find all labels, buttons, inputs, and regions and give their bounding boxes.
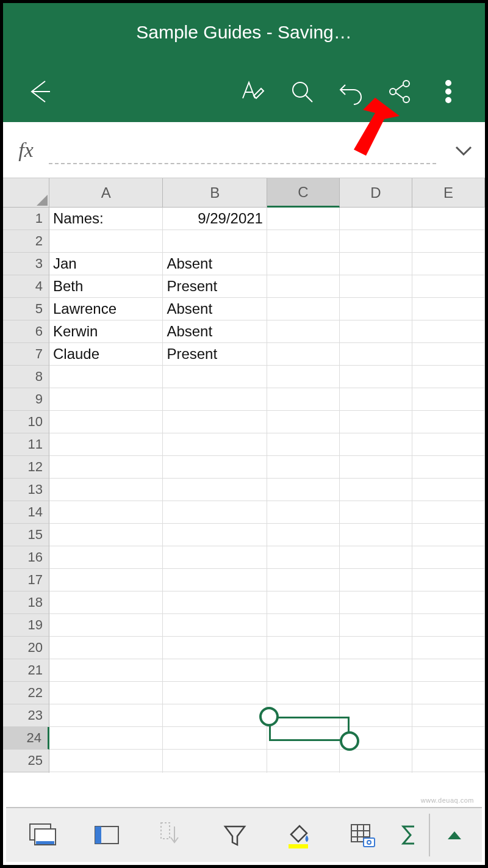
cell-A20[interactable] xyxy=(49,637,163,659)
cell-D14[interactable] xyxy=(340,501,412,524)
row-header-24[interactable]: 24 xyxy=(3,727,49,750)
cell-B5[interactable]: Absent xyxy=(163,298,267,320)
cell-A26[interactable] xyxy=(49,772,163,773)
insert-data-button[interactable] xyxy=(331,808,395,863)
cell-E21[interactable] xyxy=(412,659,485,682)
cell-C22[interactable] xyxy=(267,682,340,704)
cell-D6[interactable] xyxy=(340,320,412,343)
autofit-button[interactable] xyxy=(138,808,203,863)
cell-A22[interactable] xyxy=(49,682,163,704)
row-header-15[interactable]: 15 xyxy=(3,524,49,546)
format-button[interactable] xyxy=(229,67,278,116)
row-header-6[interactable]: 6 xyxy=(3,320,49,343)
cell-C15[interactable] xyxy=(267,524,340,546)
cell-E14[interactable] xyxy=(412,501,485,524)
cell-A14[interactable] xyxy=(49,501,163,524)
column-header-D[interactable]: D xyxy=(340,178,412,208)
cell-A1[interactable]: Names: xyxy=(49,208,163,230)
column-header-E[interactable]: E xyxy=(412,178,485,208)
cell-area[interactable]: Names:9/29/2021JanAbsentBethPresentLawre… xyxy=(49,208,485,773)
cell-A18[interactable] xyxy=(49,591,163,614)
cell-B3[interactable]: Absent xyxy=(163,253,267,275)
column-header-B[interactable]: B xyxy=(163,178,267,208)
cell-E5[interactable] xyxy=(412,298,485,320)
cell-E16[interactable] xyxy=(412,546,485,569)
expand-ribbon-button[interactable] xyxy=(432,808,477,863)
row-header-7[interactable]: 7 xyxy=(3,343,49,366)
cell-E13[interactable] xyxy=(412,479,485,501)
cell-D19[interactable] xyxy=(340,614,412,637)
search-button[interactable] xyxy=(278,67,326,116)
cell-B25[interactable] xyxy=(163,750,267,772)
fill-color-button[interactable] xyxy=(267,808,331,863)
cell-A19[interactable] xyxy=(49,614,163,637)
cell-A3[interactable]: Jan xyxy=(49,253,163,275)
cell-C10[interactable] xyxy=(267,411,340,433)
cell-E20[interactable] xyxy=(412,637,485,659)
cell-B24[interactable] xyxy=(163,727,267,750)
cell-B13[interactable] xyxy=(163,479,267,501)
cell-D22[interactable] xyxy=(340,682,412,704)
cell-E6[interactable] xyxy=(412,320,485,343)
cell-D21[interactable] xyxy=(340,659,412,682)
row-header-1[interactable]: 1 xyxy=(3,208,49,230)
cell-C14[interactable] xyxy=(267,501,340,524)
cell-D15[interactable] xyxy=(340,524,412,546)
cell-E15[interactable] xyxy=(412,524,485,546)
row-header-12[interactable]: 12 xyxy=(3,456,49,479)
cell-A24[interactable] xyxy=(49,727,163,750)
cell-D24[interactable] xyxy=(340,727,412,750)
cell-D9[interactable] xyxy=(340,388,412,411)
cell-E4[interactable] xyxy=(412,275,485,298)
cell-E26[interactable] xyxy=(412,772,485,773)
cell-B16[interactable] xyxy=(163,546,267,569)
row-header-26[interactable]: 26 xyxy=(3,772,49,773)
cell-C6[interactable] xyxy=(267,320,340,343)
row-header-5[interactable]: 5 xyxy=(3,298,49,320)
cell-B7[interactable]: Present xyxy=(163,343,267,366)
cell-B4[interactable]: Present xyxy=(163,275,267,298)
cell-B8[interactable] xyxy=(163,366,267,388)
cell-E2[interactable] xyxy=(412,230,485,253)
cell-D13[interactable] xyxy=(340,479,412,501)
cell-D12[interactable] xyxy=(340,456,412,479)
cell-B23[interactable] xyxy=(163,704,267,727)
cell-C13[interactable] xyxy=(267,479,340,501)
cell-B1[interactable]: 9/29/2021 xyxy=(163,208,267,230)
cell-C12[interactable] xyxy=(267,456,340,479)
cell-B20[interactable] xyxy=(163,637,267,659)
cell-E10[interactable] xyxy=(412,411,485,433)
cell-C21[interactable] xyxy=(267,659,340,682)
cell-A9[interactable] xyxy=(49,388,163,411)
cell-B12[interactable] xyxy=(163,456,267,479)
cell-C25[interactable] xyxy=(267,750,340,772)
cell-D18[interactable] xyxy=(340,591,412,614)
cell-B6[interactable]: Absent xyxy=(163,320,267,343)
cell-D16[interactable] xyxy=(340,546,412,569)
formula-expand-button[interactable] xyxy=(442,143,485,157)
row-header-19[interactable]: 19 xyxy=(3,614,49,637)
cell-B15[interactable] xyxy=(163,524,267,546)
row-header-22[interactable]: 22 xyxy=(3,682,49,704)
cell-A21[interactable] xyxy=(49,659,163,682)
back-button[interactable] xyxy=(15,67,64,116)
cell-A16[interactable] xyxy=(49,546,163,569)
cell-C26[interactable] xyxy=(267,772,340,773)
cell-C1[interactable] xyxy=(267,208,340,230)
cell-C20[interactable] xyxy=(267,637,340,659)
cell-A15[interactable] xyxy=(49,524,163,546)
filter-button[interactable] xyxy=(203,808,267,863)
cell-D2[interactable] xyxy=(340,230,412,253)
cell-E3[interactable] xyxy=(412,253,485,275)
cell-A2[interactable] xyxy=(49,230,163,253)
column-header-C[interactable]: C xyxy=(267,178,340,208)
cell-D5[interactable] xyxy=(340,298,412,320)
cell-E8[interactable] xyxy=(412,366,485,388)
undo-button[interactable] xyxy=(326,67,375,116)
row-header-21[interactable]: 21 xyxy=(3,659,49,682)
cell-C23[interactable] xyxy=(267,704,340,727)
cell-C16[interactable] xyxy=(267,546,340,569)
cell-E1[interactable] xyxy=(412,208,485,230)
cell-C7[interactable] xyxy=(267,343,340,366)
cell-D23[interactable] xyxy=(340,704,412,727)
